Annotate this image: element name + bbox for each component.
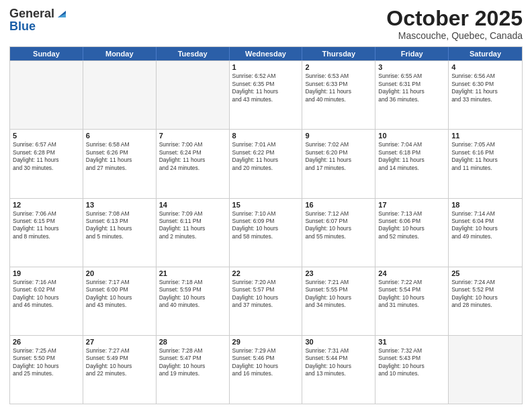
cell-info: Sunrise: 7:21 AM Sunset: 5:55 PM Dayligh… [305, 279, 372, 310]
cell-info: Sunrise: 6:55 AM Sunset: 6:31 PM Dayligh… [378, 73, 445, 103]
cal-cell: 29Sunrise: 7:29 AM Sunset: 5:46 PM Dayli… [230, 336, 303, 404]
cell-info: Sunrise: 7:22 AM Sunset: 5:54 PM Dayligh… [378, 279, 445, 310]
cal-cell: 1Sunrise: 6:52 AM Sunset: 6:35 PM Daylig… [230, 61, 303, 129]
cell-info: Sunrise: 7:04 AM Sunset: 6:18 PM Dayligh… [378, 141, 445, 172]
cal-header-wednesday: Wednesday [230, 47, 303, 60]
cell-info: Sunrise: 7:16 AM Sunset: 6:02 PM Dayligh… [13, 279, 80, 310]
day-number: 6 [86, 132, 153, 140]
cell-info: Sunrise: 7:13 AM Sunset: 6:06 PM Dayligh… [378, 210, 445, 241]
page: General Blue October 2025 Mascouche, Que… [0, 0, 532, 411]
logo-wing-icon [55, 8, 66, 19]
cell-info: Sunrise: 7:31 AM Sunset: 5:44 PM Dayligh… [305, 347, 372, 378]
cal-cell: 15Sunrise: 7:10 AM Sunset: 6:09 PM Dayli… [230, 199, 303, 267]
cal-cell: 22Sunrise: 7:20 AM Sunset: 5:57 PM Dayli… [230, 267, 303, 335]
day-number: 29 [232, 338, 300, 346]
day-number: 24 [378, 269, 445, 277]
logo-blue-text: Blue [9, 19, 36, 34]
cal-cell: 30Sunrise: 7:31 AM Sunset: 5:44 PM Dayli… [302, 336, 375, 404]
cal-row-2: 12Sunrise: 7:06 AM Sunset: 6:15 PM Dayli… [10, 198, 522, 267]
cal-cell: 27Sunrise: 7:27 AM Sunset: 5:49 PM Dayli… [83, 336, 157, 404]
day-number: 9 [305, 132, 372, 140]
day-number: 3 [378, 63, 445, 71]
cell-info: Sunrise: 7:00 AM Sunset: 6:24 PM Dayligh… [159, 141, 226, 172]
cal-cell: 31Sunrise: 7:32 AM Sunset: 5:43 PM Dayli… [375, 336, 449, 404]
cal-row-4: 26Sunrise: 7:25 AM Sunset: 5:50 PM Dayli… [10, 335, 522, 404]
cal-cell: 2Sunrise: 6:53 AM Sunset: 6:33 PM Daylig… [302, 61, 375, 129]
day-number: 14 [159, 201, 226, 209]
cell-info: Sunrise: 7:06 AM Sunset: 6:15 PM Dayligh… [13, 210, 80, 241]
cell-info: Sunrise: 7:08 AM Sunset: 6:13 PM Dayligh… [86, 210, 153, 241]
cal-cell: 5Sunrise: 6:57 AM Sunset: 6:28 PM Daylig… [10, 130, 83, 197]
day-number: 16 [305, 201, 372, 209]
cell-info: Sunrise: 7:29 AM Sunset: 5:46 PM Dayligh… [232, 347, 300, 378]
cell-info: Sunrise: 7:17 AM Sunset: 6:00 PM Dayligh… [86, 279, 153, 310]
day-number: 23 [305, 269, 372, 277]
cal-cell [10, 61, 83, 129]
cell-info: Sunrise: 7:24 AM Sunset: 5:52 PM Dayligh… [451, 279, 519, 310]
cal-cell: 21Sunrise: 7:18 AM Sunset: 5:59 PM Dayli… [157, 267, 230, 335]
day-number: 25 [451, 269, 519, 277]
logo: General Blue [9, 7, 66, 34]
cal-cell: 19Sunrise: 7:16 AM Sunset: 6:02 PM Dayli… [10, 267, 83, 335]
cell-info: Sunrise: 7:10 AM Sunset: 6:09 PM Dayligh… [232, 210, 300, 241]
cal-cell [449, 336, 522, 404]
logo-general-text: General [9, 7, 54, 21]
cell-info: Sunrise: 6:56 AM Sunset: 6:30 PM Dayligh… [451, 73, 519, 103]
cell-info: Sunrise: 6:57 AM Sunset: 6:28 PM Dayligh… [13, 141, 80, 172]
cell-info: Sunrise: 7:18 AM Sunset: 5:59 PM Dayligh… [159, 279, 226, 310]
cal-header-friday: Friday [375, 47, 449, 60]
cal-header-thursday: Thursday [302, 47, 375, 60]
subtitle: Mascouche, Quebec, Canada [386, 30, 523, 41]
cell-info: Sunrise: 7:28 AM Sunset: 5:47 PM Dayligh… [159, 347, 226, 378]
day-number: 27 [86, 338, 153, 346]
calendar-header-row: SundayMondayTuesdayWednesdayThursdayFrid… [10, 47, 522, 60]
cell-info: Sunrise: 6:58 AM Sunset: 6:26 PM Dayligh… [86, 141, 153, 172]
day-number: 7 [159, 132, 226, 140]
cal-cell: 8Sunrise: 7:01 AM Sunset: 6:22 PM Daylig… [230, 130, 303, 197]
cal-cell: 28Sunrise: 7:28 AM Sunset: 5:47 PM Dayli… [157, 336, 230, 404]
day-number: 30 [305, 338, 372, 346]
day-number: 22 [232, 269, 300, 277]
cal-cell: 3Sunrise: 6:55 AM Sunset: 6:31 PM Daylig… [375, 61, 449, 129]
day-number: 28 [159, 338, 226, 346]
cal-row-3: 19Sunrise: 7:16 AM Sunset: 6:02 PM Dayli… [10, 267, 522, 335]
cal-row-0: 1Sunrise: 6:52 AM Sunset: 6:35 PM Daylig… [10, 60, 522, 129]
cal-header-saturday: Saturday [449, 47, 522, 60]
cell-info: Sunrise: 7:09 AM Sunset: 6:11 PM Dayligh… [159, 210, 226, 241]
cell-info: Sunrise: 7:01 AM Sunset: 6:22 PM Dayligh… [232, 141, 300, 172]
day-number: 8 [232, 132, 300, 140]
cal-cell: 4Sunrise: 6:56 AM Sunset: 6:30 PM Daylig… [449, 61, 522, 129]
cal-cell: 20Sunrise: 7:17 AM Sunset: 6:00 PM Dayli… [83, 267, 157, 335]
cell-info: Sunrise: 7:25 AM Sunset: 5:50 PM Dayligh… [13, 347, 80, 378]
cal-cell: 9Sunrise: 7:02 AM Sunset: 6:20 PM Daylig… [302, 130, 375, 197]
cell-info: Sunrise: 6:52 AM Sunset: 6:35 PM Dayligh… [232, 73, 300, 103]
day-number: 19 [13, 269, 80, 277]
cal-cell: 17Sunrise: 7:13 AM Sunset: 6:06 PM Dayli… [375, 199, 449, 267]
calendar: SundayMondayTuesdayWednesdayThursdayFrid… [9, 46, 523, 404]
day-number: 20 [86, 269, 153, 277]
cal-cell: 7Sunrise: 7:00 AM Sunset: 6:24 PM Daylig… [157, 130, 230, 197]
header: General Blue October 2025 Mascouche, Que… [9, 7, 523, 41]
day-number: 17 [378, 201, 445, 209]
cal-cell: 6Sunrise: 6:58 AM Sunset: 6:26 PM Daylig… [83, 130, 157, 197]
cell-info: Sunrise: 7:20 AM Sunset: 5:57 PM Dayligh… [232, 279, 300, 310]
day-number: 2 [305, 63, 372, 71]
day-number: 18 [451, 201, 519, 209]
cal-header-tuesday: Tuesday [157, 47, 230, 60]
day-number: 31 [378, 338, 445, 346]
cal-cell [157, 61, 230, 129]
cal-cell: 14Sunrise: 7:09 AM Sunset: 6:11 PM Dayli… [157, 199, 230, 267]
cal-header-monday: Monday [83, 47, 157, 60]
calendar-body: 1Sunrise: 6:52 AM Sunset: 6:35 PM Daylig… [10, 60, 522, 404]
cell-info: Sunrise: 7:05 AM Sunset: 6:16 PM Dayligh… [451, 141, 519, 172]
day-number: 1 [232, 63, 300, 71]
day-number: 21 [159, 269, 226, 277]
cal-cell [83, 61, 157, 129]
cell-info: Sunrise: 6:53 AM Sunset: 6:33 PM Dayligh… [305, 73, 372, 103]
day-number: 11 [451, 132, 519, 140]
cal-cell: 23Sunrise: 7:21 AM Sunset: 5:55 PM Dayli… [302, 267, 375, 335]
cal-cell: 10Sunrise: 7:04 AM Sunset: 6:18 PM Dayli… [375, 130, 449, 197]
cal-cell: 11Sunrise: 7:05 AM Sunset: 6:16 PM Dayli… [449, 130, 522, 197]
cal-cell: 13Sunrise: 7:08 AM Sunset: 6:13 PM Dayli… [83, 199, 157, 267]
day-number: 15 [232, 201, 300, 209]
